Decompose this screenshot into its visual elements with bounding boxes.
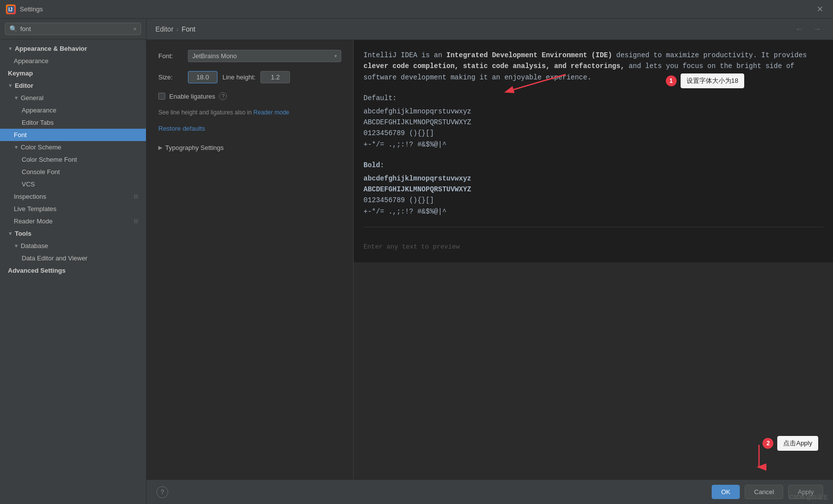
- breadcrumb-current: Font: [181, 25, 195, 33]
- help-icon[interactable]: ?: [219, 92, 227, 100]
- sidebar-label: Font: [14, 131, 27, 139]
- default-label: Default:: [363, 93, 823, 104]
- svg-text:IJ: IJ: [8, 7, 12, 12]
- caret-icon: ▼: [14, 243, 19, 249]
- ok-button[interactable]: OK: [712, 485, 740, 499]
- breadcrumb-separator: ›: [177, 25, 179, 33]
- sidebar-item-data-editor[interactable]: Data Editor and Viewer: [0, 252, 146, 264]
- sidebar-item-general-appearance[interactable]: Appearance: [0, 104, 146, 116]
- sidebar-item-appearance-behavior[interactable]: ▼ Appearance & Behavior: [0, 42, 146, 55]
- sidebar-label: Appearance & Behavior: [15, 45, 87, 52]
- sidebar-label: General: [21, 94, 43, 102]
- typography-header[interactable]: ▶ Typography Settings: [158, 142, 341, 153]
- sidebar-label: Appearance: [22, 107, 56, 114]
- sidebar-item-editor[interactable]: ▼ Editor: [0, 79, 146, 92]
- sidebar-item-appearance[interactable]: Appearance: [0, 55, 146, 67]
- font-row: Font: JetBrains Mono ▾: [158, 50, 341, 62]
- sidebar-label: Editor: [15, 82, 34, 89]
- settings-form: Font: JetBrains Mono ▾ Size: Line height…: [146, 40, 354, 479]
- sidebar-item-color-scheme[interactable]: ▼ Color Scheme: [0, 141, 146, 153]
- hint-text: See line height and ligatures also in Re…: [158, 108, 341, 117]
- caret-icon: ▼: [8, 83, 13, 88]
- reader-mode-link[interactable]: Reader mode: [254, 109, 290, 116]
- sidebar-item-live-templates[interactable]: Live Templates: [0, 203, 146, 215]
- search-clear-button[interactable]: ×: [133, 26, 137, 33]
- numbers-preview: 0123456789 (){}[]: [363, 128, 823, 139]
- restore-defaults-button[interactable]: Restore defaults: [158, 125, 205, 132]
- sidebar-item-console-font[interactable]: Console Font: [0, 166, 146, 178]
- line-height-label: Line height:: [222, 73, 255, 81]
- titlebar: IJ Settings ✕: [0, 0, 833, 19]
- step1-tooltip: 设置字体大小为18: [681, 73, 744, 88]
- font-value: JetBrains Mono: [192, 52, 237, 60]
- line-height-input[interactable]: [260, 71, 290, 83]
- step2-tooltip: 点击Apply: [777, 436, 818, 451]
- sidebar-item-editor-tabs[interactable]: Editor Tabs: [0, 116, 146, 129]
- sidebar-item-database[interactable]: ▼ Database: [0, 240, 146, 252]
- search-wrap[interactable]: 🔍 ×: [5, 23, 141, 35]
- preview-default-section: Default: abcdefghijklmnopqrstuvwxyz ABCD…: [363, 93, 823, 150]
- app-icon: IJ: [6, 4, 16, 14]
- lowercase-preview: abcdefghijklmnopqrstuvwxyz: [363, 106, 823, 117]
- caret-icon: ▼: [8, 231, 13, 236]
- size-input[interactable]: [188, 71, 217, 83]
- breadcrumb: Editor › Font: [155, 25, 195, 33]
- help-button[interactable]: ?: [156, 486, 168, 498]
- preview-intro: IntelliJ IDEA is an Integrated Developme…: [363, 50, 823, 83]
- bottom-bar: ? OK Cancel Apply: [146, 479, 833, 504]
- main-content: 🔍 × ▼ Appearance & Behavior Appearance K…: [0, 19, 833, 504]
- sidebar-label: Advanced Settings: [8, 267, 66, 274]
- preview-bold-section: Bold: abcdefghijklmnopqrstuvwxyz ABCDEFG…: [363, 160, 823, 217]
- caret-icon: ▼: [8, 46, 13, 51]
- sidebar-label: Keymap: [8, 70, 33, 77]
- sidebar-item-advanced-settings[interactable]: Advanced Settings: [0, 264, 146, 277]
- cancel-button[interactable]: Cancel: [745, 485, 783, 499]
- sidebar-label: Database: [21, 242, 48, 250]
- settings-window: IJ Settings ✕ 🔍 × ▼ Appearance & Behavio…: [0, 0, 833, 504]
- window-title: Settings: [20, 5, 813, 13]
- sidebar-label: Inspections: [14, 193, 46, 200]
- preview-panel: IntelliJ IDEA is an Integrated Developme…: [354, 40, 833, 262]
- bold-symbols-preview: +-*/= .,;:!? #&$%@|^: [363, 206, 823, 217]
- ligatures-checkbox[interactable]: [158, 93, 165, 100]
- sidebar-label: Tools: [15, 230, 32, 237]
- nav-arrows: ← →: [793, 24, 824, 35]
- size-label: Size:: [158, 73, 183, 81]
- nav-back-button[interactable]: ←: [793, 24, 806, 35]
- nav-forward-button[interactable]: →: [810, 24, 824, 35]
- caret-icon: ▼: [14, 144, 19, 150]
- panel-body: Font: JetBrains Mono ▾ Size: Line height…: [146, 40, 833, 479]
- sidebar-label: Editor Tabs: [22, 119, 54, 126]
- sidebar-label: VCS: [22, 180, 35, 188]
- symbols-preview: +-*/= .,;:!? #&$%@|^: [363, 139, 823, 150]
- sidebar-item-general[interactable]: ▼ General: [0, 92, 146, 104]
- sidebar-item-vcs[interactable]: VCS: [0, 178, 146, 190]
- preview-wrapper: IntelliJ IDEA is an Integrated Developme…: [354, 40, 833, 479]
- sidebar-item-keymap[interactable]: Keymap: [0, 67, 146, 79]
- step2-badge: 2: [762, 438, 773, 449]
- bold-numbers-preview: 0123456789 (){}[]: [363, 195, 823, 206]
- preview-enter-row: Enter any text to preview: [363, 227, 823, 252]
- ligatures-row: Enable ligatures ?: [158, 92, 341, 100]
- breadcrumb-parent: Editor: [155, 25, 174, 33]
- sidebar-item-reader-mode[interactable]: Reader Mode ⊟: [0, 215, 146, 227]
- sidebar-label: Live Templates: [14, 205, 56, 213]
- bold-text: Integrated Development Environment (IDE): [446, 51, 612, 59]
- close-button[interactable]: ✕: [813, 2, 827, 16]
- sidebar-label: Data Editor and Viewer: [22, 254, 87, 262]
- annotation-2: 2 点击Apply: [762, 436, 818, 451]
- search-input[interactable]: [20, 25, 130, 33]
- sidebar-label: Reader Mode: [14, 217, 53, 225]
- sidebar-item-color-scheme-font[interactable]: Color Scheme Font: [0, 153, 146, 166]
- config-icon: ⊟: [134, 193, 138, 200]
- uppercase-preview: ABCDEFGHIJKLMNOPQRSTUVWXYZ: [363, 117, 823, 128]
- right-panel: Editor › Font ← → Font: JetBrains Mono: [146, 19, 833, 504]
- sidebar-item-font[interactable]: Font: [0, 129, 146, 141]
- config-icon: ⊟: [134, 218, 138, 224]
- font-label: Font:: [158, 52, 183, 60]
- caret-icon: ▼: [14, 95, 19, 101]
- sidebar-item-inspections[interactable]: Inspections ⊟: [0, 190, 146, 203]
- font-dropdown[interactable]: JetBrains Mono ▾: [188, 50, 341, 62]
- sidebar-label: Color Scheme Font: [22, 156, 77, 163]
- sidebar-item-tools[interactable]: ▼ Tools: [0, 227, 146, 240]
